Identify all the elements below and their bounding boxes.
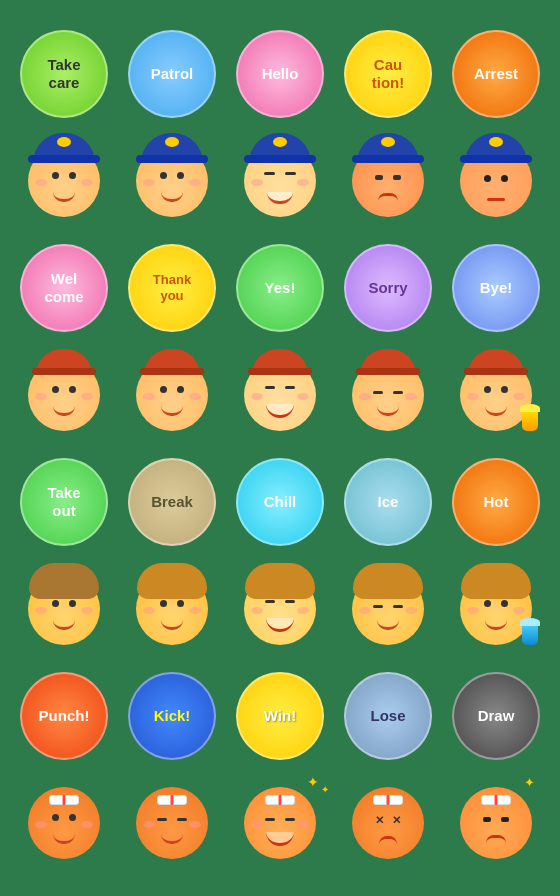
take-care-bubble[interactable]: Takecare (20, 30, 108, 118)
bellhop-eye-l5 (484, 386, 491, 393)
fighter-face-1[interactable] (20, 779, 108, 867)
girl-face-4[interactable] (344, 565, 432, 653)
drink-cup-bellhop (522, 411, 538, 431)
yes-label: Yes! (265, 279, 296, 297)
police-face-1[interactable] (20, 137, 108, 225)
star-fighter-5: ✦ (524, 775, 535, 791)
girl-eyes-4 (373, 600, 403, 608)
face-inner-5 (460, 145, 532, 217)
arrest-bubble[interactable]: Arrest (452, 30, 540, 118)
caution-label: Caution! (372, 56, 404, 92)
bellhop-eyes-2 (160, 386, 184, 393)
fighter-eye-l5 (483, 817, 491, 822)
bellhop-eye-r1 (69, 386, 76, 393)
frown-4 (378, 193, 398, 201)
bellhop-cheek-r5 (513, 393, 525, 400)
fighter-cheek-r1 (81, 821, 93, 828)
eye-right-5 (501, 175, 508, 182)
fighter-eye-r1 (69, 814, 76, 821)
police-face-5[interactable] (452, 137, 540, 225)
police-face-2[interactable] (128, 137, 216, 225)
bellhop-face-5[interactable] (452, 351, 540, 439)
bellhop-face-inner-1 (28, 359, 100, 431)
drink-cup-girl (522, 625, 538, 645)
girl-eyes-5 (484, 600, 508, 607)
bellhop-cheek-r1 (81, 393, 93, 400)
eye-left (52, 172, 59, 179)
bellhop-face-inner-3 (244, 359, 316, 431)
caution-bubble[interactable]: Caution! (344, 30, 432, 118)
bellhop-smile-1 (53, 406, 75, 416)
fighter-face-5[interactable]: ✦ (452, 779, 540, 867)
fighter-eyes-2 (157, 814, 187, 821)
girl-grin-3 (266, 618, 294, 632)
hello-bubble[interactable]: Hello (236, 30, 324, 118)
girl-cheek-l5 (467, 607, 479, 614)
sorry-bubble[interactable]: Sorry (344, 244, 432, 332)
bellhop-smile-5 (485, 406, 507, 416)
patrol-bubble[interactable]: Patrol (128, 30, 216, 118)
fighter-eye-l1 (52, 814, 59, 821)
girl-eye-l5 (484, 600, 491, 607)
girl-face-2[interactable] (128, 565, 216, 653)
break-label: Break (151, 493, 193, 511)
girl-face-1[interactable] (20, 565, 108, 653)
star-2: ✦ (321, 784, 329, 795)
yes-bubble[interactable]: Yes! (236, 244, 324, 332)
girl-cheek-l3 (251, 607, 263, 614)
thankyou-bubble[interactable]: Thankyou (128, 244, 216, 332)
fighter-smile-2 (161, 834, 183, 844)
bellhop-face-1[interactable] (20, 351, 108, 439)
girl-face-5[interactable] (452, 565, 540, 653)
chill-bubble[interactable]: Chill (236, 458, 324, 546)
fighter-face-2[interactable] (128, 779, 216, 867)
take-care-label: Takecare (47, 56, 80, 92)
police-face-3[interactable] (236, 137, 324, 225)
cheek-right-2 (189, 179, 201, 186)
fighter-bandage-2 (157, 795, 187, 805)
fighter-face-3[interactable]: ✦ ✦ (236, 779, 324, 867)
fighter-eye-x-r: ✕ (392, 814, 401, 827)
eyes-3 (264, 172, 296, 175)
eye-left-3 (264, 172, 275, 175)
row-bubbles-1: Takecare Patrol Hello Caution! Arrest (10, 30, 550, 118)
police-face-4[interactable] (344, 137, 432, 225)
girl-eyes-3 (265, 600, 295, 603)
cheek-left (35, 179, 47, 186)
bellhop-face-4[interactable] (344, 351, 432, 439)
fighter-cheek-r2 (189, 821, 201, 828)
cheek-left-2 (143, 179, 155, 186)
girl-face-3[interactable] (236, 565, 324, 653)
fighter-frown-4 (379, 836, 397, 844)
bellhop-face-inner-4 (352, 359, 424, 431)
girl-smile-2 (161, 620, 183, 630)
takeout-bubble[interactable]: Takeout (20, 458, 108, 546)
bellhop-eyes-5 (484, 386, 508, 393)
lose-bubble[interactable]: Lose (344, 672, 432, 760)
ice-bubble[interactable]: Ice (344, 458, 432, 546)
bellhop-face-3[interactable] (236, 351, 324, 439)
fighter-face-4[interactable]: ✕ ✕ (344, 779, 432, 867)
bellhop-face-2[interactable] (128, 351, 216, 439)
win-bubble[interactable]: Win! (236, 672, 324, 760)
draw-bubble[interactable]: Draw (452, 672, 540, 760)
fighter-eye-r2 (177, 818, 187, 821)
girl-face-inner-3 (244, 573, 316, 645)
kick-bubble[interactable]: Kick! (128, 672, 216, 760)
welcome-bubble[interactable]: Welcome (20, 244, 108, 332)
hot-bubble[interactable]: Hot (452, 458, 540, 546)
bellhop-cheek-l5 (467, 393, 479, 400)
face-inner-1 (28, 145, 100, 217)
smile-2 (161, 192, 183, 202)
bellhop-cheek-l1 (35, 393, 47, 400)
fighter-eye-r3 (285, 818, 295, 821)
punch-bubble[interactable]: Punch! (20, 672, 108, 760)
bellhop-cheek-l3 (251, 393, 263, 400)
bye-bubble[interactable]: Bye! (452, 244, 540, 332)
fighter-cheek-l1 (35, 821, 47, 828)
cheek-left-3 (251, 179, 263, 186)
eye-left-4 (375, 175, 383, 180)
fighter-cheek-l2 (143, 821, 155, 828)
fighter-bandage-3 (265, 795, 295, 805)
break-bubble[interactable]: Break (128, 458, 216, 546)
